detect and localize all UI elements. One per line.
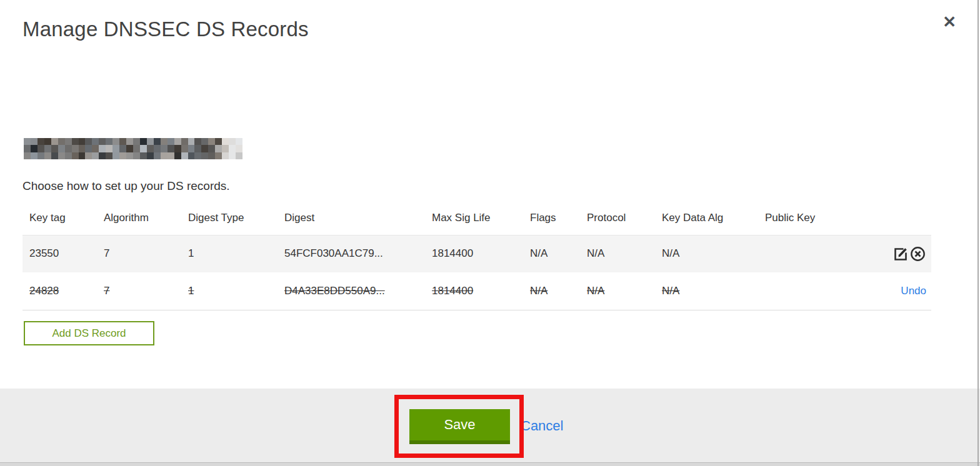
cell-algorithm: 7 xyxy=(97,235,181,272)
edit-record-icon[interactable] xyxy=(892,245,909,262)
table-row-deleted: 24828 7 1 D4A33E8DD550A9... 1814400 N/A … xyxy=(22,272,931,310)
cell-digest: D4A33E8DD550A9... xyxy=(278,272,425,310)
window-right-border xyxy=(978,0,979,466)
col-header-key-data-alg: Key Data Alg xyxy=(655,205,758,235)
page-title: Manage DNSSEC DS Records xyxy=(22,17,309,41)
add-ds-record-button[interactable]: Add DS Record xyxy=(24,321,154,345)
cell-flags: N/A xyxy=(523,272,580,310)
col-header-flags: Flags xyxy=(523,205,580,235)
cell-digest-type: 1 xyxy=(181,235,278,272)
dnssec-dialog: Manage DNSSEC DS Records ✕ Choose how to… xyxy=(0,0,980,466)
col-header-key-tag: Key tag xyxy=(22,205,97,235)
cell-key-data-alg: N/A xyxy=(655,235,758,272)
cell-flags: N/A xyxy=(523,235,580,272)
col-header-digest-type: Digest Type xyxy=(181,205,278,235)
cell-max-sig-life: 1814400 xyxy=(425,272,523,310)
cell-key-tag: 23550 xyxy=(22,235,97,272)
row-actions: Undo xyxy=(877,272,931,310)
cell-key-data-alg: N/A xyxy=(655,272,758,310)
cell-digest-type: 1 xyxy=(181,272,278,310)
redacted-domain-name xyxy=(24,138,242,159)
col-header-protocol: Protocol xyxy=(580,205,655,235)
cancel-link[interactable]: Cancel xyxy=(521,418,563,434)
col-header-algorithm: Algorithm xyxy=(97,205,181,235)
ds-records-table: Key tag Algorithm Digest Type Digest Max… xyxy=(22,205,931,310)
page-bottom-edge xyxy=(0,462,980,466)
cell-algorithm: 7 xyxy=(97,272,181,310)
instruction-text: Choose how to set up your DS records. xyxy=(22,179,230,193)
cell-public-key xyxy=(758,272,877,310)
cell-protocol: N/A xyxy=(580,272,655,310)
cell-digest: 54FCF030AA1C79... xyxy=(278,235,425,272)
save-button[interactable]: Save xyxy=(409,409,510,444)
close-icon[interactable]: ✕ xyxy=(942,14,956,30)
table-header-row: Key tag Algorithm Digest Type Digest Max… xyxy=(22,205,931,235)
cell-protocol: N/A xyxy=(580,235,655,272)
col-header-public-key: Public Key xyxy=(758,205,877,235)
delete-record-icon[interactable] xyxy=(909,245,926,262)
table-row: 23550 7 1 54FCF030AA1C79... 1814400 N/A … xyxy=(22,235,931,272)
cell-key-tag: 24828 xyxy=(22,272,97,310)
undo-link[interactable]: Undo xyxy=(901,285,926,297)
row-actions xyxy=(877,235,931,272)
col-header-max-sig-life: Max Sig Life xyxy=(425,205,523,235)
cell-max-sig-life: 1814400 xyxy=(425,235,523,272)
col-header-digest: Digest xyxy=(278,205,425,235)
col-header-actions xyxy=(877,205,931,235)
cell-public-key xyxy=(758,235,877,272)
